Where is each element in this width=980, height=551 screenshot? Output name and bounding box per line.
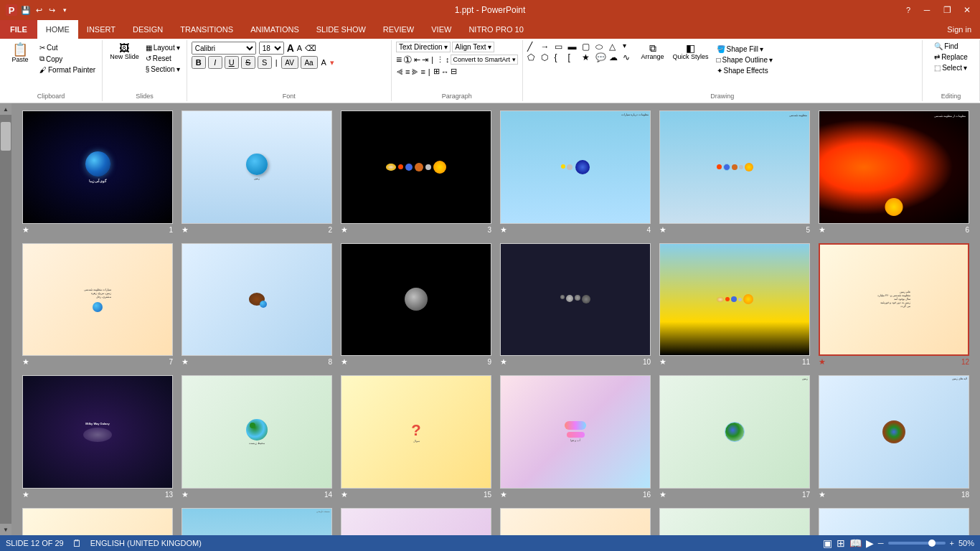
text-direction-button[interactable]: Text Direction ▾ — [396, 42, 451, 52]
slide-thumb-21[interactable]: 🌸 طبیعت ★ 21 — [341, 508, 491, 536]
view-slide-sorter-button[interactable]: ⊞ — [837, 537, 845, 549]
slide-thumb-4[interactable]: معلومات درباره سیارات ★ 4 — [500, 110, 651, 235]
shape-pentagon[interactable]: ⬠ — [527, 52, 540, 62]
slide-thumb-23[interactable]: کره زمین ★ 23 — [659, 508, 810, 536]
slide-thumb-5[interactable]: منظومه شمسی ★ 5 — [659, 110, 810, 235]
tab-animations[interactable]: ANIMATIONS — [242, 20, 308, 39]
slide-thumb-9[interactable]: ★ 9 — [341, 243, 491, 367]
tab-file[interactable]: FILE — [0, 20, 37, 39]
replace-button[interactable]: ⇄ Replace — [932, 52, 970, 62]
slide-thumb-1[interactable]: گوی آبی زیبا ★ 1 — [22, 110, 173, 235]
save-qat-button[interactable]: 💾 — [20, 4, 32, 16]
slide-thumb-17[interactable]: زمین ★ 17 — [659, 375, 810, 499]
undo-qat-button[interactable]: ↩ — [33, 4, 44, 16]
slide-thumb-15[interactable]: ? سوال ★ 15 — [341, 375, 491, 499]
layout-button[interactable]: ▦ Layout ▾ — [143, 43, 182, 52]
shape-triangle[interactable]: △ — [609, 42, 622, 52]
change-case-button[interactable]: Aa — [301, 56, 318, 69]
decrease-font-button[interactable]: A — [297, 44, 302, 52]
help-button[interactable]: ? — [903, 4, 914, 16]
tab-view[interactable]: VIEW — [423, 20, 460, 39]
shape-cloud[interactable]: ☁ — [609, 52, 622, 62]
font-family-select[interactable]: Calibri — [192, 42, 256, 55]
tab-insert[interactable]: INSERT — [78, 20, 124, 39]
shape-star[interactable]: ★ — [582, 52, 595, 62]
zoom-slider[interactable] — [888, 542, 946, 545]
slide-thumb-3[interactable]: ★ 3 — [341, 110, 491, 235]
slide-thumb-10[interactable]: ★ 10 — [500, 243, 651, 367]
tab-design[interactable]: DESIGN — [124, 20, 171, 39]
decrease-indent-button[interactable]: ⇤ — [414, 55, 420, 65]
view-normal-button[interactable]: ▣ — [823, 537, 832, 549]
slide-thumb-12[interactable]: علم زمینمنظومه شمسی و ۴۶۰ میلیاردسال بوج… — [819, 243, 969, 367]
underline-button[interactable]: U — [225, 56, 239, 69]
font-color-button[interactable]: ▾ — [330, 58, 334, 67]
increase-font-button[interactable]: A — [287, 42, 294, 54]
shape-custom[interactable]: ∿ — [623, 52, 636, 62]
view-reading-button[interactable]: 📖 — [849, 537, 862, 549]
shape-line[interactable]: ╱ — [527, 42, 540, 52]
shadow-button[interactable]: S — [258, 56, 272, 69]
quick-styles-button[interactable]: ◧ Quick Styles — [670, 42, 712, 62]
align-right-button[interactable]: ⫸ — [411, 67, 419, 76]
slide-thumb-11[interactable]: ★ 11 — [659, 243, 810, 367]
align-text-button[interactable]: Align Text ▾ — [452, 42, 494, 52]
shape-fill-button[interactable]: 🪣 Shape Fill ▾ — [715, 44, 775, 54]
tab-review[interactable]: REVIEW — [374, 20, 423, 39]
number-list-button[interactable]: ① — [403, 54, 413, 65]
slide-thumb-16[interactable]: آب و هوا ★ 16 — [500, 375, 651, 499]
minimize-button[interactable]: ─ — [920, 3, 934, 17]
new-slide-button[interactable]: 🖼 New Slide — [107, 42, 142, 62]
slide-thumb-22[interactable]: آمار و اطلاعاتدرباره زمین۱۸۰ کشور دنیا ★… — [500, 508, 651, 536]
col-count-button[interactable]: ⊞ — [433, 67, 440, 76]
slide-thumb-13[interactable]: Milky Way Galaxy ★ 13 — [22, 375, 173, 499]
slide-thumb-2[interactable]: زمین ★ 2 — [182, 110, 332, 235]
para-more-button[interactable]: ⊟ — [451, 67, 457, 76]
shape-oval[interactable]: ⬭ — [595, 42, 608, 52]
slide-thumb-24[interactable]: ★ 24 — [819, 508, 969, 536]
notes-icon[interactable]: 🗒 — [72, 538, 82, 549]
view-presenter-button[interactable]: ▶ — [866, 537, 874, 549]
columns-button[interactable]: ⋮ — [436, 55, 444, 65]
align-center-button[interactable]: ≡ — [405, 67, 410, 76]
scroll-down-arrow[interactable]: ▼ — [0, 524, 11, 535]
shape-bracket[interactable]: [ — [568, 52, 581, 62]
char-spacing-button[interactable]: AV — [281, 56, 298, 69]
shape-hexagon[interactable]: ⬡ — [541, 52, 554, 62]
shape-arrow[interactable]: → — [541, 42, 554, 52]
paste-button[interactable]: 📋 Paste — [4, 42, 36, 65]
tab-transitions[interactable]: TRANSITIONS — [171, 20, 242, 39]
shape-rect2[interactable]: ▬ — [568, 42, 581, 52]
bullet-list-button[interactable]: ≡ — [396, 54, 402, 65]
scroll-up-arrow[interactable]: ▲ — [0, 103, 11, 115]
slide-thumb-6[interactable]: معلومات از منظومه شمسی ★ 6 — [819, 110, 969, 235]
slide-thumb-19[interactable]: معلومات عمومیدرباره کشورها ★ 19 — [22, 508, 173, 536]
tab-nitro[interactable]: NITRO PRO 10 — [460, 20, 532, 39]
redo-qat-button[interactable]: ↪ — [46, 4, 57, 16]
customize-qat-button[interactable]: ▾ — [59, 4, 70, 16]
para-spacing-button[interactable]: ↔ — [441, 67, 449, 76]
cut-button[interactable]: ✂ Cut — [37, 43, 98, 52]
format-painter-button[interactable]: 🖌 Format Painter — [37, 65, 98, 75]
zoom-out-button[interactable]: ─ — [878, 539, 884, 547]
scroll-thumb[interactable] — [1, 122, 11, 151]
slide-thumb-7[interactable]: سیارات منظومه شمسیزمین، مریخ، زهرهمشتری،… — [22, 243, 173, 367]
tab-home[interactable]: HOME — [37, 20, 78, 39]
increase-indent-button[interactable]: ⇥ — [422, 55, 428, 65]
strikethrough-button[interactable]: S — [241, 56, 255, 69]
bold-button[interactable]: B — [192, 56, 206, 69]
sign-in-button[interactable]: Sign in — [938, 25, 980, 34]
shape-brace[interactable]: { — [555, 52, 567, 62]
zoom-percent[interactable]: 50% — [958, 539, 974, 547]
arrange-button[interactable]: ⧉ Arrange — [639, 42, 667, 62]
shape-more[interactable]: ▾ — [623, 42, 636, 52]
slide-thumb-20[interactable]: مسجد تاریخی ★ 20 — [182, 508, 332, 536]
tab-slideshow[interactable]: SLIDE SHOW — [308, 20, 374, 39]
shape-effects-button[interactable]: ✦ Shape Effects — [715, 66, 775, 75]
zoom-in-button[interactable]: + — [950, 539, 954, 547]
line-spacing-button[interactable]: ↕ — [446, 55, 450, 64]
shape-rounded-rect[interactable]: ▢ — [582, 42, 595, 52]
clear-format-button[interactable]: ⌫ — [305, 44, 316, 53]
convert-smartart-button[interactable]: Convert to SmartArt ▾ — [451, 55, 517, 65]
italic-button[interactable]: I — [208, 56, 222, 69]
